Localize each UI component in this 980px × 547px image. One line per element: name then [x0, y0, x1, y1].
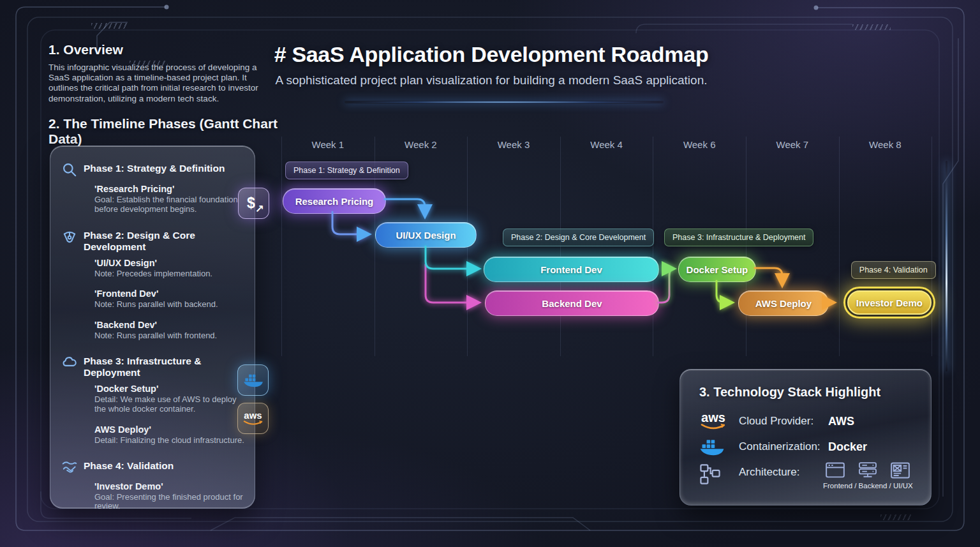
phases-panel: Phase 1: Strategy & Definition 'Research…: [50, 146, 255, 509]
phase-4-title: Phase 4: Validation: [84, 460, 174, 472]
right-glow-line: [946, 161, 947, 371]
uiux-wireframe-icon: [891, 462, 910, 479]
task-name: 'Docker Setup': [94, 384, 244, 394]
tech-row-cloud: aws Cloud Provider: AWS: [699, 408, 917, 434]
tech-stack-panel: 3. Technology Stack Highlight aws Cloud …: [679, 369, 932, 506]
frontend-browser-icon: [826, 462, 845, 479]
aws-wordmark: aws: [244, 410, 262, 420]
architecture-icon: [699, 463, 721, 485]
task-docker-setup: 'Docker Setup' Detail: We make use of AW…: [94, 384, 244, 414]
hazard-stripes: [91, 23, 127, 29]
tech-value: AWS: [828, 415, 854, 428]
tech-label: Containerization:: [739, 440, 828, 453]
overview-body: This infographic visualizes the process …: [48, 63, 265, 104]
task-note: Goal: Establish the financial foundation…: [94, 195, 244, 214]
aws-logo: aws: [699, 412, 727, 431]
phase-2-title: Phase 2: Design & Core Development: [84, 230, 244, 253]
tech-stack-heading: 3. Technology Stack Highlight: [699, 385, 917, 400]
phase-badge-phase-3-infrastructure-deployment: Phase 3: Infrastructure & Deployment: [664, 229, 813, 246]
aws-deploy-bar: AWS Deploy: [738, 290, 829, 316]
architecture-caption: Frontend / Backend / UI/UX: [823, 482, 913, 490]
docker-setup-bar: Docker Setup: [678, 257, 756, 282]
task-investor-demo: 'Investor Demo' Goal: Presenting the fin…: [94, 481, 244, 512]
phase-3-row: Phase 3: Infrastructure & Deployment: [61, 356, 244, 378]
backend-server-icon: [858, 462, 877, 479]
arrow-up-right-glyph: ↗: [255, 202, 264, 215]
week-label: Week 7: [746, 139, 839, 151]
header-glow-line: [345, 101, 664, 103]
header: # SaaS Application Development Roadmap A…: [268, 42, 715, 87]
page-title: # SaaS Application Development Roadmap: [268, 42, 715, 67]
timeline-section-heading: 2. The Timeline Phases (Gantt Chart Data…: [48, 116, 278, 147]
task-name: AWS Deploy': [94, 424, 244, 435]
investor-demo-bar: Investor Demo: [847, 290, 932, 315]
phase-badge-phase-1-strategy-definition: Phase 1: Strategy & Definition: [285, 161, 408, 179]
docker-whale-icon: [243, 372, 264, 389]
week-label: Week 1: [281, 139, 375, 151]
timeline-section-heading-wrap: 2. The Timeline Phases (Gantt Chart Data…: [48, 116, 278, 147]
dollar-glyph: $: [247, 195, 255, 212]
ui-ux-design-bar: UI/UX Design: [375, 222, 477, 248]
aws-smile-icon: [699, 423, 727, 431]
task-name: 'Research Pricing': [94, 184, 244, 194]
task-name: 'Backend Dev': [94, 320, 244, 330]
dollar-transfer-icon: $ ↗: [238, 188, 269, 219]
week-label: Week 3: [467, 139, 560, 151]
page-subtitle: A sophisticated project plan visualizati…: [268, 73, 715, 87]
aws-wordmark: aws: [701, 412, 725, 423]
phase-2-row: Phase 2: Design & Core Development: [61, 230, 244, 253]
task-frontend-dev: 'Frontend Dev' Note: Runs parallel with …: [94, 288, 244, 310]
docker-icon: [237, 364, 269, 396]
week-label: Week 2: [375, 139, 468, 151]
overview-heading: 1. Overview: [48, 42, 265, 57]
week-gridline: [653, 137, 653, 356]
phase-3-title: Phase 3: Infrastructure & Deployment: [84, 356, 244, 378]
hazard-stripes: [880, 514, 912, 520]
architecture-icons: Frontend / Backend / UI/UX: [823, 462, 913, 490]
task-note: Goal: Presenting the finished product fo…: [94, 493, 244, 512]
tech-label: Cloud Provider:: [739, 415, 828, 428]
task-uiux-design: 'UI/UX Design' Note: Precedes implementa…: [94, 258, 244, 279]
magnifier-icon: [61, 161, 78, 178]
tech-value: Docker: [828, 440, 867, 454]
task-note: Detail: We make use of AWS to deploy the…: [94, 395, 244, 414]
phase-1-row: Phase 1: Strategy & Definition: [61, 163, 244, 178]
task-backend-dev: 'Backend Dev' Note: Runs parallel with f…: [94, 320, 244, 341]
task-note: Note: Runs parallel with frontend.: [94, 331, 244, 341]
week-gridline: [839, 137, 840, 356]
week-gridline: [281, 137, 282, 356]
task-note: Note: Runs parallel with backend.: [94, 300, 244, 310]
hazard-stripes: [852, 24, 891, 30]
week-label: Week 6: [653, 139, 746, 151]
tech-row-architecture: Architecture:: [699, 462, 917, 490]
pen-tool-icon: [61, 229, 78, 245]
task-name: 'UI/UX Design': [94, 258, 244, 268]
docker-logo: [699, 437, 725, 457]
tech-row-container: Containerization: Docker: [699, 434, 917, 460]
tech-label: Architecture:: [739, 462, 828, 479]
week-label: Week 8: [839, 139, 932, 151]
task-aws-deploy: AWS Deploy' Detail: Finalizing the cloud…: [94, 424, 244, 446]
phase-badge-phase-2-design-core-development: Phase 2: Design & Core Development: [503, 229, 654, 246]
week-gridline: [932, 137, 932, 356]
investor-demo-milestone: Investor Demo: [843, 287, 935, 318]
phase-4-row: Phase 4: Validation: [61, 460, 244, 476]
phase-1-title: Phase 1: Strategy & Definition: [84, 163, 225, 174]
frontend-dev-bar: Frontend Dev: [484, 257, 659, 282]
aws-icon: aws: [237, 403, 269, 434]
research-pricing-bar: Research Pricing: [283, 188, 386, 214]
infographic-canvas: # SaaS Application Development Roadmap A…: [0, 0, 980, 547]
week-gridline: [560, 137, 561, 356]
handshake-icon: [61, 459, 78, 476]
task-name: 'Frontend Dev': [94, 288, 244, 299]
task-research-pricing: 'Research Pricing' Goal: Establish the f…: [94, 184, 244, 214]
week-gridline: [746, 137, 746, 356]
task-name: 'Investor Demo': [94, 481, 244, 491]
task-note: Note: Precedes implementation.: [94, 269, 244, 279]
week-label: Week 4: [560, 139, 653, 151]
overview-section: 1. Overview This infographic visualizes …: [48, 42, 265, 104]
task-note: Detail: Finalizing the cloud infrastruct…: [94, 436, 244, 446]
phase-badge-phase-4-validation: Phase 4: Validation: [851, 261, 936, 279]
cloud-icon: [61, 354, 78, 371]
aws-smile-icon: [243, 420, 264, 426]
